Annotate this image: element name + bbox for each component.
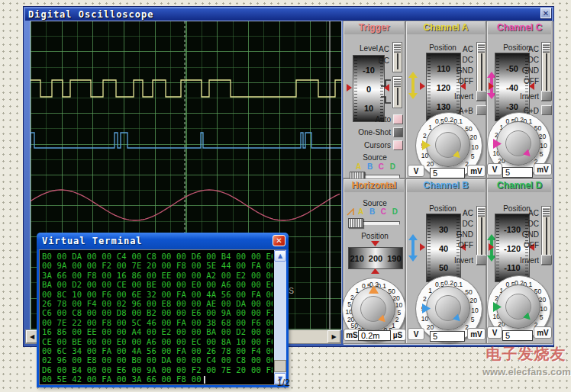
source-b-label: B [369,207,375,216]
terminal-titlebar[interactable]: Virtual Terminal [37,233,289,249]
trigger-cursors-button[interactable] [393,140,403,150]
horizontal-source-channels: A B C D [358,207,398,216]
virtual-terminal-window: Virtual Terminal ✕ B0 00 DA 00 00 C4 00 … [37,233,289,387]
source-d-label: D [390,162,395,171]
channel-d-scale-value[interactable]: 5 [502,330,533,341]
channel-d-off-label: OFF [518,241,539,249]
channel-c-ac-label: AC [518,45,539,53]
horizontal-position-gauge[interactable]: 210 200 190 [348,247,403,269]
channel-c-scale-value[interactable]: 5 [502,167,533,178]
control-panel: Trigger Level -10 0 10 AC DC Auto [343,21,553,344]
channel-b-scale-value[interactable]: 5 [430,331,465,342]
channel-a-title: Channel A [407,22,485,34]
channel-d-gnd-label: GND [518,230,539,239]
channel-a-off-label: OFF [450,77,473,85]
source-b-label: B [367,162,373,171]
screen: Digital Oscilloscope ✕ 1.93 mS ◀ ▶ Trigg… [0,0,571,392]
channel-a-section: Channel A Position 110 120 130 AC DC GND… [405,21,486,178]
channel-a-invert-label: Invert [446,92,473,101]
channel-c-invert-button[interactable] [541,91,552,101]
timebase-value[interactable]: 0.2m [358,330,391,341]
channel-d-invert-button[interactable] [541,255,552,265]
trigger-level-marker-left [347,84,352,92]
channel-c-unit-right: mV [534,163,552,175]
channel-a-unit-right: mV [467,165,486,177]
terminal-scrollbar[interactable]: ▲ ▼ [274,250,286,384]
channel-b-position-arrow[interactable] [408,234,418,262]
channel-d-unit-left: V [487,326,502,339]
horizontal-title: Horizontal [344,180,404,192]
slider-knob[interactable] [348,218,363,228]
channel-c-unit-left: V [487,163,502,175]
channel-b-gnd-label: GND [450,230,473,239]
window-title: Digital Oscilloscope [25,9,154,20]
channel-c-section: Channel C Position -50 -40 -30 AC DC GND… [486,21,553,178]
trigger-oneshot-label: One-Shot [344,128,391,137]
channel-c-gain-knob[interactable] [496,121,540,165]
channel-a-ac-label: AC [450,45,473,53]
horizontal-unit-right: µS [389,329,406,341]
channel-b-unit-left: V [408,328,424,340]
channel-b-title: Channel B [407,180,485,192]
channel-b-unit-right: mV [467,328,486,340]
horizontal-source-label: Source [344,199,406,207]
channel-d-ac-label: AC [518,209,539,217]
terminal-title: Virtual Terminal [37,236,143,246]
watermark-url: www.elecfans.com [482,366,569,378]
channel-b-dc-label: DC [450,220,473,228]
hgauge-marker-bottom [371,268,379,274]
trigger-source-label: Source [344,153,406,162]
source-a-label: A [356,162,361,171]
trigger-ac-label: AC [366,45,389,53]
channel-b-gain-knob[interactable] [426,286,470,330]
ramp-icon [347,208,356,216]
channel-a-dc-label: DC [450,56,473,64]
channel-a-position-arrow[interactable] [408,72,418,99]
watermark: 电子发烧友 www.elecfans.com [482,344,569,378]
trigger-source-channels: A B C D [356,162,395,171]
channel-b-section: Channel B Position 30 40 50 AC DC GND OF… [405,178,486,344]
horizontal-section: Horizontal Source A B C D Position [343,178,405,344]
terminal-close-button[interactable]: ✕ [273,235,286,246]
gauge-marker-left [420,82,425,90]
oscilloscope-titlebar[interactable]: Digital Oscilloscope [25,8,552,21]
trigger-auto-label: Auto [347,115,391,124]
trigger-section: Trigger Level -10 0 10 AC DC Auto [343,21,405,178]
hgauge-marker-top [371,241,379,246]
trigger-oneshot-button[interactable] [393,127,403,137]
terminal-body[interactable]: B0 00 DA 00 00 C4 00 C8 00 00 D6 00 B4 0… [39,249,286,385]
trigger-level-value: -10 [353,66,384,75]
terminal-scroll-up-button[interactable]: ▲ [274,250,286,262]
source-c-label: C [381,207,386,216]
trigger-auto-button[interactable] [393,114,403,124]
source-d-label: D [392,207,398,216]
channel-b-invert-button[interactable] [476,255,487,265]
gauge-marker-left [420,243,425,251]
scroll-right-button[interactable]: ▶ [327,330,340,343]
channel-d-invert-label: Invert [511,256,539,265]
channel-a-unit-left: V [408,165,424,177]
hgauge-value: 190 [387,254,401,263]
channel-b-ac-label: AC [450,209,473,217]
source-c-label: C [379,162,384,171]
trigger-coupling-switch[interactable] [392,42,402,72]
window-close-button[interactable]: ✕ [540,8,551,18]
channel-d-gain-knob[interactable] [496,284,540,329]
horizontal-source-slider[interactable] [348,218,400,227]
channel-d-dc-label: DC [518,220,539,228]
trigger-level-value: 0 [353,85,384,94]
terminal-scroll-thumb[interactable] [274,360,286,372]
channel-c-off-label: OFF [518,77,539,85]
channel-a-scale-value[interactable]: 5 [430,168,465,178]
trigger-cursors-label: Cursors [347,141,391,149]
hgauge-value: 210 [350,254,363,263]
channel-a-gnd-label: GND [450,66,473,75]
channel-a-gain-knob[interactable] [426,123,470,167]
channel-c-title: Channel C [488,22,551,34]
terminal-output: B0 00 DA 00 00 C4 00 C8 00 00 D6 00 B4 0… [42,252,273,384]
channel-a-invert-button[interactable] [476,91,487,101]
source-a-label: A [358,207,363,216]
trigger-edge-switch[interactable] [392,76,402,108]
channel-d-section: Channel D Position -130 -120 -110 AC DC … [486,178,553,344]
channel-c-invert-label: Invert [511,92,539,101]
